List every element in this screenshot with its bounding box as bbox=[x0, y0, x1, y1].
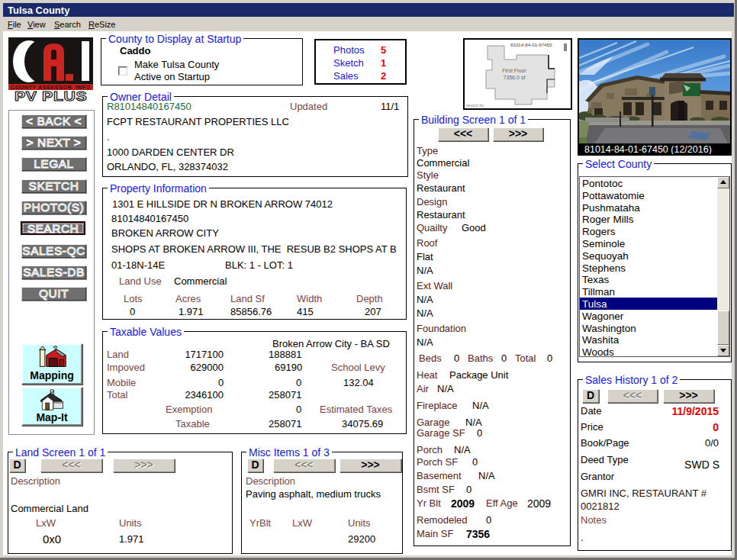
svg-text:7356.0 sf: 7356.0 sf bbox=[504, 75, 526, 80]
svg-text:First Floor: First Floor bbox=[502, 68, 526, 73]
svg-text:81014-84-01-67450: 81014-84-01-67450 bbox=[510, 42, 552, 47]
svg-text:81014-84-01-67450 (12/2016): 81014-84-01-67450 (12/2016) bbox=[584, 144, 712, 155]
svg-text:sketch by: sketch by bbox=[466, 103, 484, 108]
